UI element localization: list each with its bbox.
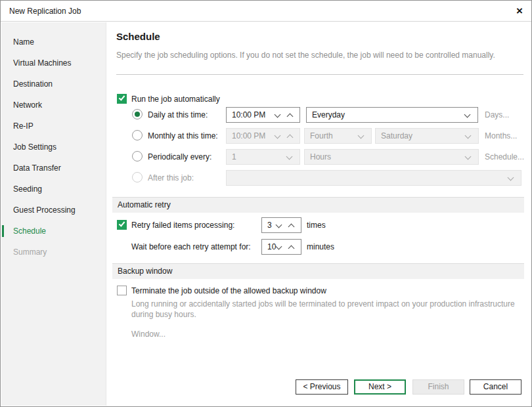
radio-dot-icon [135,112,140,117]
header-separator [116,74,523,75]
window-button[interactable]: Window... [131,330,166,339]
retry-checkbox[interactable] [117,220,127,230]
sidebar-item-guest-processing[interactable]: Guest Processing [1,200,106,221]
monthly-radio[interactable] [132,130,143,140]
automatic-retry-section-header: Automatic retry [112,197,524,213]
sidebar-item-re-ip[interactable]: Re-IP [1,116,106,137]
spinner-up-icon[interactable] [287,114,294,120]
run-automatically-checkbox[interactable] [117,94,127,104]
monthly-week-select: Fourth [304,128,372,144]
after-job-select [226,170,521,186]
schedule-step-content: Schedule Specify the job scheduling opti… [106,22,531,406]
chevron-down-icon[interactable] [464,112,471,118]
monthly-day-select: Saturday [375,128,479,144]
next-button[interactable]: Next > [354,379,406,395]
monthly-time-spinner: 10:00 PM [226,128,300,144]
retry-count-suffix: times [307,221,326,230]
page-title: Schedule [116,31,160,42]
terminate-checkbox[interactable] [117,286,127,295]
close-icon[interactable]: × [516,5,523,16]
sidebar-item-seeding[interactable]: Seeding [1,179,106,200]
schedule-button[interactable]: Schedule... [485,152,524,161]
retry-count-value: 3 [267,221,272,230]
page-description: Specify the job scheduling options. If y… [116,51,495,60]
sidebar-item-data-transfer[interactable]: Data Transfer [1,158,106,179]
periodically-label: Periodically every: [148,152,211,161]
daily-radio[interactable] [132,109,143,119]
finish-button: Finish [412,379,464,395]
check-icon [119,220,125,226]
monthly-time-value: 10:00 PM [232,131,265,140]
previous-button[interactable]: < Previous [296,379,348,395]
daily-period-select[interactable]: Everyday [306,107,478,123]
backup-window-section-header: Backup window [112,263,524,279]
sidebar-item-destination[interactable]: Destination [1,74,106,95]
chevron-down-icon [465,133,472,139]
sidebar-item-job-settings[interactable]: Job Settings [1,137,106,158]
wizard-step-sidebar: Name Virtual Machines Destination Networ… [1,22,106,406]
spinner-up-icon[interactable] [288,224,295,230]
cancel-button[interactable]: Cancel [470,379,521,395]
retry-wait-value: 10 [267,242,276,251]
retry-wait-spinner[interactable]: 10 [261,239,301,255]
retry-label: Retry failed items processing: [131,221,234,230]
monthly-label: Monthly at this time: [148,131,218,140]
after-job-label: After this job: [148,173,194,182]
periodically-radio[interactable] [132,151,143,161]
spinner-up-icon [287,135,294,141]
spinner-down-icon [275,133,281,139]
spinner-up-icon[interactable] [288,246,295,252]
daily-period-value: Everyday [312,110,345,119]
sidebar-item-summary: Summary [1,242,106,263]
days-button[interactable]: Days... [485,110,509,119]
backup-window-description: Long running or accidentally started job… [131,299,525,320]
terminate-label: Terminate the job outside of the allowed… [131,286,326,295]
retry-wait-label: Wait before each retry attempt for: [131,242,251,251]
periodically-value: 1 [232,152,236,161]
sidebar-item-virtual-machines[interactable]: Virtual Machines [1,53,106,74]
window-title: New Replication Job [9,7,81,16]
monthly-week-value: Fourth [310,131,333,140]
check-icon [119,94,125,100]
after-job-radio[interactable] [132,172,143,182]
months-button[interactable]: Months... [485,131,517,140]
periodically-unit-value: Hours [310,152,331,161]
title-bar: New Replication Job × [1,1,531,22]
periodically-unit-select: Hours [304,149,479,165]
chevron-down-icon [508,175,514,181]
sidebar-item-name[interactable]: Name [1,32,106,53]
daily-time-spinner[interactable]: 10:00 PM [226,107,300,123]
sidebar-item-network[interactable]: Network [1,95,106,116]
spinner-down-icon[interactable] [275,112,281,118]
run-automatically-label: Run the job automatically [131,95,220,104]
spinner-down-icon[interactable] [276,222,282,228]
daily-label: Daily at this time: [148,110,208,119]
periodically-value-select: 1 [226,149,300,165]
spinner-down-icon[interactable] [276,244,282,250]
retry-wait-suffix: minutes [307,242,334,251]
retry-count-spinner[interactable]: 3 [261,217,301,233]
chevron-down-icon [465,154,472,160]
chevron-down-icon [286,154,293,160]
sidebar-item-schedule[interactable]: Schedule [1,221,106,242]
dialog-window: New Replication Job × Name Virtual Machi… [0,0,532,407]
daily-time-value: 10:00 PM [232,110,265,119]
chevron-down-icon [358,133,365,139]
monthly-day-value: Saturday [381,131,412,140]
